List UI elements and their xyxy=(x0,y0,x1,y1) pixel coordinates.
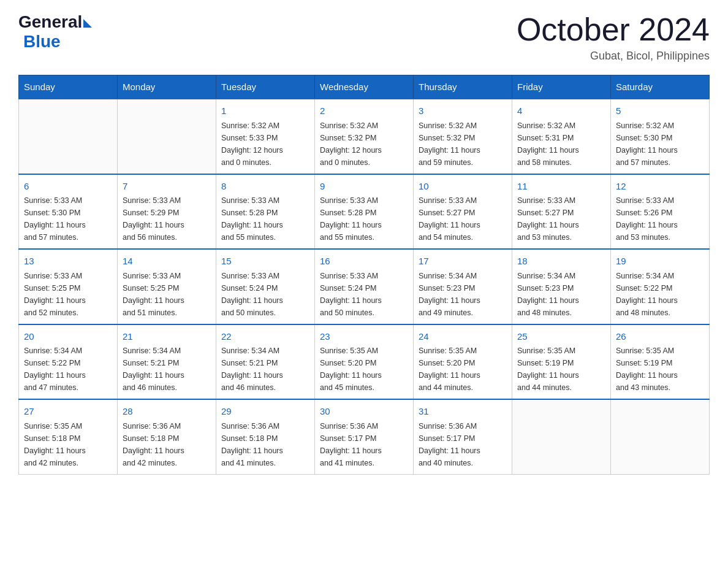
calendar-cell: 20Sunrise: 5:34 AM Sunset: 5:22 PM Dayli… xyxy=(19,324,118,400)
day-number: 17 xyxy=(419,255,507,269)
day-number: 18 xyxy=(517,255,605,269)
calendar-cell xyxy=(512,399,611,474)
day-number: 6 xyxy=(24,180,112,194)
day-number: 16 xyxy=(320,255,408,269)
day-info: Sunrise: 5:33 AM Sunset: 5:27 PM Dayligh… xyxy=(517,194,605,243)
day-info: Sunrise: 5:35 AM Sunset: 5:19 PM Dayligh… xyxy=(517,345,605,394)
logo-blue: Blue xyxy=(23,32,61,52)
day-info: Sunrise: 5:33 AM Sunset: 5:28 PM Dayligh… xyxy=(320,194,408,243)
day-info: Sunrise: 5:34 AM Sunset: 5:22 PM Dayligh… xyxy=(24,345,112,394)
calendar-cell: 29Sunrise: 5:36 AM Sunset: 5:18 PM Dayli… xyxy=(216,399,315,474)
day-number: 20 xyxy=(24,330,112,344)
day-info: Sunrise: 5:33 AM Sunset: 5:24 PM Dayligh… xyxy=(320,270,408,319)
calendar-cell: 21Sunrise: 5:34 AM Sunset: 5:21 PM Dayli… xyxy=(118,324,216,400)
calendar-cell: 16Sunrise: 5:33 AM Sunset: 5:24 PM Dayli… xyxy=(315,249,414,324)
day-number: 13 xyxy=(24,255,112,269)
calendar-cell: 12Sunrise: 5:33 AM Sunset: 5:26 PM Dayli… xyxy=(611,174,710,250)
day-number: 2 xyxy=(320,104,408,118)
day-info: Sunrise: 5:34 AM Sunset: 5:23 PM Dayligh… xyxy=(517,270,605,319)
calendar-cell: 6Sunrise: 5:33 AM Sunset: 5:30 PM Daylig… xyxy=(19,174,118,250)
day-number: 28 xyxy=(123,405,211,419)
day-info: Sunrise: 5:34 AM Sunset: 5:21 PM Dayligh… xyxy=(123,345,211,394)
day-info: Sunrise: 5:33 AM Sunset: 5:25 PM Dayligh… xyxy=(24,270,112,319)
calendar-cell: 2Sunrise: 5:32 AM Sunset: 5:32 PM Daylig… xyxy=(315,99,414,174)
calendar-cell: 31Sunrise: 5:36 AM Sunset: 5:17 PM Dayli… xyxy=(414,399,512,474)
day-number: 7 xyxy=(123,180,211,194)
calendar-cell: 15Sunrise: 5:33 AM Sunset: 5:24 PM Dayli… xyxy=(216,249,315,324)
day-number: 8 xyxy=(221,180,309,194)
day-number: 30 xyxy=(320,405,408,419)
calendar-table: SundayMondayTuesdayWednesdayThursdayFrid… xyxy=(18,75,710,475)
calendar-cell: 19Sunrise: 5:34 AM Sunset: 5:22 PM Dayli… xyxy=(611,249,710,324)
calendar-cell: 18Sunrise: 5:34 AM Sunset: 5:23 PM Dayli… xyxy=(512,249,611,324)
calendar-cell: 27Sunrise: 5:35 AM Sunset: 5:18 PM Dayli… xyxy=(19,399,118,474)
calendar-cell: 4Sunrise: 5:32 AM Sunset: 5:31 PM Daylig… xyxy=(512,99,611,174)
day-info: Sunrise: 5:36 AM Sunset: 5:18 PM Dayligh… xyxy=(123,420,211,469)
day-number: 5 xyxy=(616,104,704,118)
day-info: Sunrise: 5:34 AM Sunset: 5:22 PM Dayligh… xyxy=(616,270,704,319)
calendar-day-header: Wednesday xyxy=(315,75,414,99)
day-number: 21 xyxy=(123,330,211,344)
calendar-cell: 30Sunrise: 5:36 AM Sunset: 5:17 PM Dayli… xyxy=(315,399,414,474)
calendar-day-header: Saturday xyxy=(611,75,710,99)
day-info: Sunrise: 5:36 AM Sunset: 5:18 PM Dayligh… xyxy=(221,420,309,469)
day-number: 4 xyxy=(517,104,605,118)
day-number: 24 xyxy=(419,330,507,344)
calendar-cell: 3Sunrise: 5:32 AM Sunset: 5:32 PM Daylig… xyxy=(414,99,512,174)
calendar-cell: 28Sunrise: 5:36 AM Sunset: 5:18 PM Dayli… xyxy=(118,399,216,474)
day-info: Sunrise: 5:35 AM Sunset: 5:19 PM Dayligh… xyxy=(616,345,704,394)
logo-general: General xyxy=(18,12,82,32)
calendar-week-row: 20Sunrise: 5:34 AM Sunset: 5:22 PM Dayli… xyxy=(19,324,710,400)
calendar-day-header: Sunday xyxy=(19,75,118,99)
calendar-cell xyxy=(611,399,710,474)
calendar-cell: 22Sunrise: 5:34 AM Sunset: 5:21 PM Dayli… xyxy=(216,324,315,400)
day-info: Sunrise: 5:32 AM Sunset: 5:32 PM Dayligh… xyxy=(419,120,507,169)
day-info: Sunrise: 5:36 AM Sunset: 5:17 PM Dayligh… xyxy=(419,420,507,469)
day-number: 1 xyxy=(221,104,309,118)
month-year-title: October 2024 xyxy=(517,12,710,47)
calendar-week-row: 1Sunrise: 5:32 AM Sunset: 5:33 PM Daylig… xyxy=(19,99,710,174)
day-info: Sunrise: 5:34 AM Sunset: 5:23 PM Dayligh… xyxy=(419,270,507,319)
location-subtitle: Gubat, Bicol, Philippines xyxy=(517,50,710,63)
calendar-day-header: Monday xyxy=(118,75,216,99)
day-info: Sunrise: 5:35 AM Sunset: 5:18 PM Dayligh… xyxy=(24,420,112,469)
logo: General Blue xyxy=(18,12,92,52)
day-info: Sunrise: 5:33 AM Sunset: 5:29 PM Dayligh… xyxy=(123,194,211,243)
calendar-cell: 25Sunrise: 5:35 AM Sunset: 5:19 PM Dayli… xyxy=(512,324,611,400)
calendar-cell: 10Sunrise: 5:33 AM Sunset: 5:27 PM Dayli… xyxy=(414,174,512,250)
day-number: 29 xyxy=(221,405,309,419)
calendar-day-header: Friday xyxy=(512,75,611,99)
logo-arrow-icon xyxy=(83,19,92,28)
logo-text: General xyxy=(18,12,92,32)
calendar-cell: 26Sunrise: 5:35 AM Sunset: 5:19 PM Dayli… xyxy=(611,324,710,400)
day-number: 31 xyxy=(419,405,507,419)
calendar-cell: 1Sunrise: 5:32 AM Sunset: 5:33 PM Daylig… xyxy=(216,99,315,174)
calendar-cell: 7Sunrise: 5:33 AM Sunset: 5:29 PM Daylig… xyxy=(118,174,216,250)
day-number: 23 xyxy=(320,330,408,344)
day-number: 14 xyxy=(123,255,211,269)
day-info: Sunrise: 5:32 AM Sunset: 5:33 PM Dayligh… xyxy=(221,120,309,169)
day-info: Sunrise: 5:33 AM Sunset: 5:27 PM Dayligh… xyxy=(419,194,507,243)
day-number: 25 xyxy=(517,330,605,344)
day-info: Sunrise: 5:36 AM Sunset: 5:17 PM Dayligh… xyxy=(320,420,408,469)
calendar-cell: 8Sunrise: 5:33 AM Sunset: 5:28 PM Daylig… xyxy=(216,174,315,250)
calendar-cell: 13Sunrise: 5:33 AM Sunset: 5:25 PM Dayli… xyxy=(19,249,118,324)
page-header: General Blue October 2024 Gubat, Bicol, … xyxy=(18,12,710,63)
day-info: Sunrise: 5:32 AM Sunset: 5:30 PM Dayligh… xyxy=(616,120,704,169)
day-info: Sunrise: 5:35 AM Sunset: 5:20 PM Dayligh… xyxy=(419,345,507,394)
day-number: 19 xyxy=(616,255,704,269)
calendar-day-header: Tuesday xyxy=(216,75,315,99)
day-number: 27 xyxy=(24,405,112,419)
day-info: Sunrise: 5:34 AM Sunset: 5:21 PM Dayligh… xyxy=(221,345,309,394)
calendar-day-header: Thursday xyxy=(414,75,512,99)
day-number: 12 xyxy=(616,180,704,194)
day-info: Sunrise: 5:32 AM Sunset: 5:31 PM Dayligh… xyxy=(517,120,605,169)
day-info: Sunrise: 5:33 AM Sunset: 5:28 PM Dayligh… xyxy=(221,194,309,243)
calendar-cell: 14Sunrise: 5:33 AM Sunset: 5:25 PM Dayli… xyxy=(118,249,216,324)
day-number: 15 xyxy=(221,255,309,269)
day-number: 10 xyxy=(419,180,507,194)
calendar-week-row: 6Sunrise: 5:33 AM Sunset: 5:30 PM Daylig… xyxy=(19,174,710,250)
calendar-cell: 9Sunrise: 5:33 AM Sunset: 5:28 PM Daylig… xyxy=(315,174,414,250)
calendar-week-row: 27Sunrise: 5:35 AM Sunset: 5:18 PM Dayli… xyxy=(19,399,710,474)
day-number: 11 xyxy=(517,180,605,194)
